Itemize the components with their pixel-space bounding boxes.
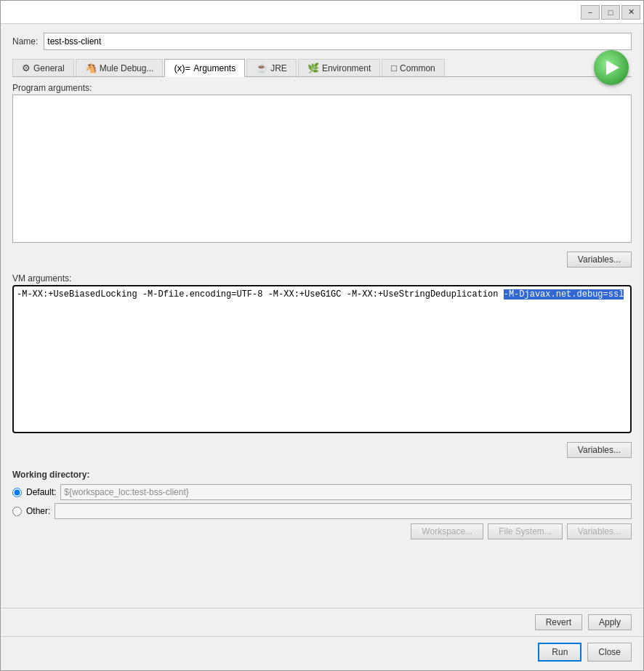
mule-debug-icon: 🐴 (85, 63, 97, 73)
vm-args-variables-button[interactable]: Variables... (567, 442, 632, 458)
vm-arguments-textarea[interactable]: -M-XX:+UseBiasedLocking -M-Dfile.encodin… (12, 285, 632, 433)
tab-general-label: General (33, 63, 65, 73)
program-arguments-textarea[interactable] (12, 95, 632, 243)
tab-jre[interactable]: ☕ JRE (246, 59, 297, 76)
close-dialog-button[interactable]: Close (587, 643, 632, 662)
tab-arguments[interactable]: (x)= Arguments (164, 59, 245, 77)
default-radio[interactable] (12, 488, 22, 497)
run-button[interactable]: Run (538, 643, 581, 662)
tab-mule-debug-label: Mule Debug... (100, 63, 154, 73)
vm-arguments-label: VM arguments: (12, 273, 632, 284)
jre-icon: ☕ (256, 63, 267, 73)
workspace-button[interactable]: Workspace... (411, 523, 483, 539)
run-icon-area (594, 50, 629, 85)
tab-jre-label: JRE (270, 63, 287, 73)
minimize-button[interactable]: − (581, 5, 600, 20)
file-system-button[interactable]: File System... (488, 523, 563, 539)
workspace-btn-row: Workspace... File System... Variables... (12, 523, 632, 539)
tab-mule-debug[interactable]: 🐴 Mule Debug... (76, 59, 164, 76)
default-radio-label: Default: (26, 487, 56, 497)
other-radio[interactable] (12, 507, 22, 516)
revert-button[interactable]: Revert (535, 614, 582, 630)
tab-environment-label: Environment (322, 63, 371, 73)
tab-general[interactable]: ⚙ General (12, 59, 74, 76)
default-radio-row: Default: (12, 484, 632, 500)
run-circle-icon[interactable] (594, 50, 629, 85)
environment-icon: 🌿 (307, 63, 319, 73)
other-value-input[interactable] (55, 503, 632, 519)
vm-args-variables-row: Variables... (12, 442, 632, 458)
title-bar: − □ ✕ (1, 1, 643, 24)
maximize-button[interactable]: □ (601, 5, 620, 20)
common-icon: □ (391, 63, 397, 73)
title-bar-buttons: − □ ✕ (581, 5, 640, 20)
default-value-input[interactable] (60, 484, 632, 500)
program-args-variables-row: Variables... (12, 252, 632, 268)
program-arguments-section: Program arguments: (12, 83, 632, 243)
apply-button[interactable]: Apply (588, 614, 632, 630)
main-window: − □ ✕ Name: ⚙ General 🐴 Mule Debug.. (0, 0, 644, 671)
other-radio-row: Other: (12, 503, 632, 519)
tabs-bar: ⚙ General 🐴 Mule Debug... (x)= Arguments… (12, 59, 632, 77)
working-directory-section: Working directory: Default: Other: Works… (12, 464, 632, 545)
bottom-buttons-row: Revert Apply (1, 608, 643, 636)
working-directory-label: Working directory: (12, 470, 632, 480)
tab-common[interactable]: □ Common (382, 59, 445, 76)
close-button[interactable]: ✕ (621, 5, 640, 20)
arguments-icon: (x)= (174, 63, 190, 73)
vm-arguments-section: VM arguments: -M-XX:+UseBiasedLocking -M… (12, 273, 632, 433)
name-row: Name: (12, 33, 632, 50)
tab-common-label: Common (400, 63, 435, 73)
program-arguments-label: Program arguments: (12, 83, 632, 93)
name-input[interactable] (44, 33, 632, 50)
play-triangle-icon (606, 60, 619, 75)
name-label: Name: (12, 36, 38, 47)
program-args-variables-button[interactable]: Variables... (567, 252, 632, 268)
dialog-content: Name: ⚙ General 🐴 Mule Debug... (x)= Arg… (1, 24, 643, 608)
other-radio-label: Other: (26, 506, 50, 516)
tab-environment[interactable]: 🌿 Environment (298, 59, 380, 76)
working-dir-variables-button[interactable]: Variables... (567, 523, 632, 539)
run-close-row: Run Close (1, 636, 643, 670)
tab-arguments-label: Arguments (193, 63, 236, 73)
general-icon: ⚙ (22, 63, 31, 73)
